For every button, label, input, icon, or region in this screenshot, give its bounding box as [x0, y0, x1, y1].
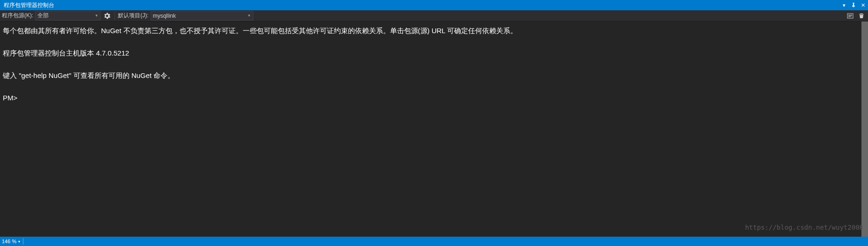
- console-blank: [3, 36, 865, 48]
- vertical-scrollbar[interactable]: [861, 21, 868, 237]
- console-line: 程序包管理器控制台主机版本 4.7.0.5212: [3, 48, 865, 59]
- window-controls: ▾ ✕: [841, 2, 866, 8]
- settings-button[interactable]: [102, 11, 112, 21]
- console-line: 键入 "get-help NuGet" 可查看所有可用的 NuGet 命令。: [3, 70, 865, 81]
- zoom-dropdown-icon[interactable]: ▾: [18, 239, 20, 244]
- title-bar: 程序包管理器控制台 ▾ ✕: [0, 0, 868, 10]
- output-settings-button[interactable]: [846, 11, 855, 21]
- source-value: 全部: [37, 12, 49, 20]
- console-output[interactable]: 每个包都由其所有者许可给你。NuGet 不负责第三方包，也不授予其许可证。一些包…: [0, 21, 868, 237]
- console-blank: [3, 59, 865, 70]
- clear-button[interactable]: [857, 11, 866, 21]
- project-label: 默认项目(J):: [118, 12, 148, 20]
- dropdown-icon[interactable]: ▾: [841, 2, 847, 8]
- console-line: 每个包都由其所有者许可给你。NuGet 不负责第三方包，也不授予其许可证。一些包…: [3, 25, 865, 36]
- console-prompt: PM>: [3, 92, 865, 104]
- separator: [23, 238, 23, 245]
- status-bar: 146 % ▾: [0, 237, 868, 246]
- project-dropdown[interactable]: mysqllink ▼: [151, 11, 253, 21]
- scrollbar-thumb[interactable]: [861, 21, 868, 237]
- zoom-level: 146 %: [2, 239, 18, 244]
- source-label: 程序包源(K):: [2, 12, 33, 20]
- toolbar: 程序包源(K): 全部 ▼ 默认项目(J): mysqllink ▼: [0, 10, 868, 21]
- watermark: https://blog.csdn.net/wuyt2008: [745, 224, 863, 231]
- separator: [115, 12, 115, 20]
- chevron-down-icon: ▼: [94, 14, 98, 18]
- close-icon[interactable]: ✕: [860, 2, 866, 8]
- project-value: mysqllink: [153, 13, 176, 19]
- console-blank: [3, 81, 865, 92]
- chevron-down-icon: ▼: [247, 14, 251, 18]
- pin-icon[interactable]: [851, 2, 856, 8]
- window-title: 程序包管理器控制台: [2, 1, 54, 9]
- source-dropdown[interactable]: 全部 ▼: [35, 11, 101, 21]
